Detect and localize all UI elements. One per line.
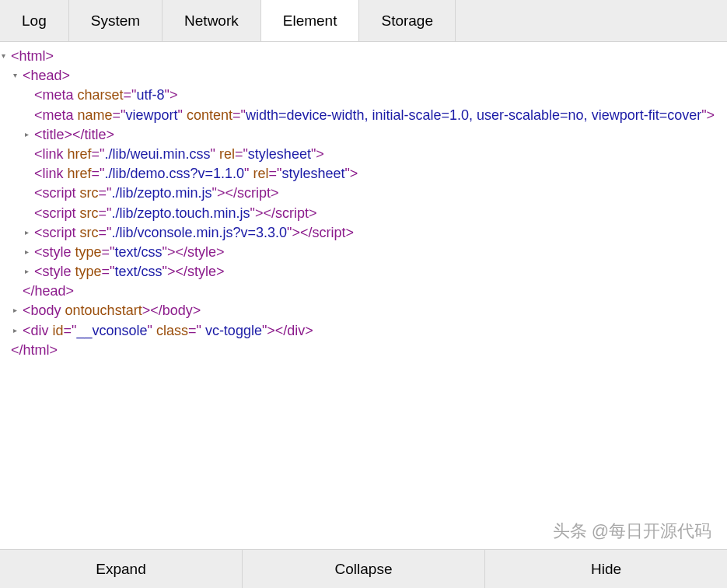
toggle-spacer: [2, 341, 11, 345]
toggle-icon[interactable]: ▸: [13, 301, 23, 316]
toggle-spacer: [25, 86, 34, 89]
toggle-icon[interactable]: ▸: [25, 125, 34, 140]
node-script[interactable]: <script src="./lib/zepto.touch.min.js"><…: [34, 204, 727, 223]
node-title[interactable]: <title></title>: [34, 125, 727, 145]
node-meta[interactable]: <meta charset="utf-8">: [34, 86, 727, 105]
node-html[interactable]: <html>: [11, 47, 727, 66]
toggle-icon[interactable]: ▸: [25, 243, 34, 257]
node-link[interactable]: <link href="./lib/demo.css?v=1.1.0" rel=…: [34, 164, 727, 184]
element-tree[interactable]: ▾<html>▾<head><meta charset="utf-8"><met…: [0, 42, 727, 549]
toggle-spacer: [25, 164, 34, 168]
toggle-spacer: [25, 106, 34, 110]
tab-element[interactable]: Element: [261, 0, 360, 41]
toggle-spacer: [13, 282, 23, 285]
tab-log[interactable]: Log: [0, 0, 69, 41]
toggle-icon[interactable]: ▸: [13, 321, 23, 336]
node-body[interactable]: <body ontouchstart></body>: [23, 301, 727, 320]
hide-button[interactable]: Hide: [485, 550, 727, 588]
node-link[interactable]: <link href="./lib/weui.min.css" rel="sty…: [34, 145, 727, 164]
node-script[interactable]: <script src="./lib/vconsole.min.js?v=3.3…: [34, 223, 727, 243]
node-script[interactable]: <script src="./lib/zepto.min.js"></scrip…: [34, 184, 727, 203]
tab-storage[interactable]: Storage: [359, 0, 456, 41]
node-style[interactable]: <style type="text/css"></style>: [34, 262, 727, 282]
toggle-spacer: [25, 204, 34, 208]
toggle-icon[interactable]: ▾: [2, 47, 11, 61]
toggle-icon[interactable]: ▸: [25, 223, 34, 238]
tab-system[interactable]: System: [69, 0, 163, 41]
bottom-bar: Expand Collapse Hide: [0, 549, 727, 588]
node-meta[interactable]: <meta name="viewport" content="width=dev…: [34, 106, 727, 125]
toggle-icon[interactable]: ▸: [25, 262, 34, 277]
node-html-close[interactable]: </html>: [11, 341, 727, 360]
toggle-spacer: [25, 184, 34, 187]
toggle-icon[interactable]: ▾: [13, 66, 23, 81]
collapse-button[interactable]: Collapse: [243, 550, 485, 588]
tab-bar: Log System Network Element Storage: [0, 0, 727, 42]
node-head-close[interactable]: </head>: [23, 282, 727, 301]
node-div[interactable]: <div id="__vconsole" class=" vc-toggle">…: [23, 321, 727, 341]
expand-button[interactable]: Expand: [0, 550, 243, 588]
node-style[interactable]: <style type="text/css"></style>: [34, 243, 727, 262]
tab-network[interactable]: Network: [163, 0, 261, 41]
node-head[interactable]: <head>: [23, 66, 727, 86]
toggle-spacer: [25, 145, 34, 149]
